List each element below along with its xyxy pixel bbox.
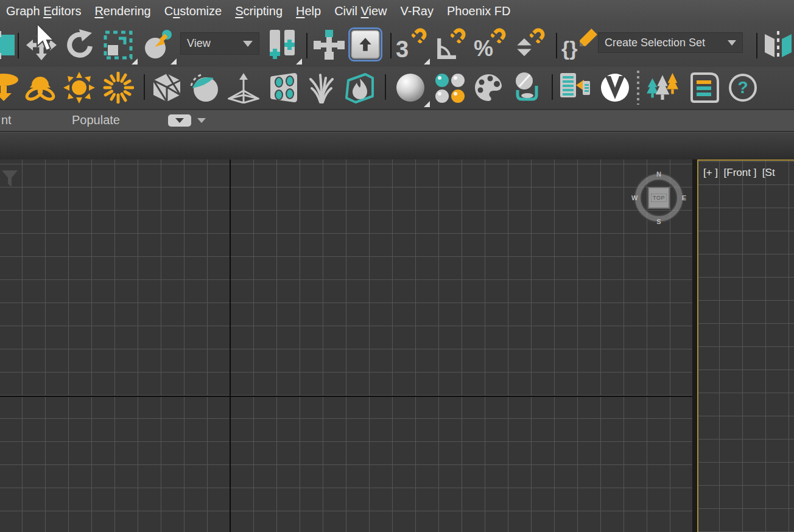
- toolbar-separator: [756, 33, 757, 58]
- magnet-icon: [491, 27, 507, 43]
- magnet-icon: [530, 27, 546, 43]
- palette-icon[interactable]: [473, 72, 504, 103]
- batch-render-docs-icon[interactable]: [559, 72, 591, 103]
- flyout-arrow: [170, 58, 177, 65]
- flyout-arrow: [424, 101, 430, 107]
- percent-snap-toggle-button[interactable]: %: [474, 29, 505, 61]
- use-pivot-point-center-button[interactable]: [267, 29, 298, 61]
- viewport-top[interactable]: TOP N E S W: [0, 159, 692, 532]
- select-and-place-button[interactable]: [141, 29, 173, 61]
- chevron-down-icon: [728, 40, 736, 46]
- material-editor-button[interactable]: [395, 72, 426, 103]
- menu-bar: Graph Editors Rendering Customize Script…: [0, 0, 794, 22]
- viewcube-west-label: W: [631, 194, 638, 201]
- viewcube-center[interactable]: TOP: [648, 187, 670, 209]
- viewport-divider[interactable]: [692, 159, 697, 532]
- reference-coordinate-system-dropdown[interactable]: View: [180, 32, 259, 55]
- ribbon-minimize-button[interactable]: [168, 114, 191, 127]
- library-list-icon[interactable]: [688, 72, 720, 103]
- ribbon-options-caret[interactable]: [197, 118, 206, 123]
- angle-snap-toggle-button[interactable]: [434, 29, 465, 61]
- toolbar-drag-handle[interactable]: [637, 71, 639, 105]
- toolbar-separator: [390, 33, 392, 58]
- viewport-label[interactable]: [+ ] [Front ] [St: [703, 167, 775, 179]
- flyout-arrow: [132, 58, 138, 65]
- vray-logo-icon[interactable]: [599, 72, 631, 103]
- viewport-area: TOP N E S W [+ ] [Front ] [St: [0, 159, 794, 532]
- secondary-toolbar: ?: [0, 67, 794, 110]
- select-and-manipulate-button[interactable]: [313, 29, 345, 61]
- menu-item-help[interactable]: Help: [296, 4, 321, 18]
- selection-set-value: Create Selection Set: [605, 37, 705, 49]
- mouse-cursor: [35, 23, 56, 54]
- menu-item-customize[interactable]: Customize: [164, 4, 222, 18]
- spread-pyramid-icon[interactable]: [228, 72, 259, 103]
- material-balls-icon[interactable]: [434, 72, 465, 103]
- menu-item-vray[interactable]: V-Ray: [401, 4, 434, 18]
- menu-item-rendering[interactable]: Rendering: [94, 4, 150, 18]
- edit-named-selection-sets-button[interactable]: {}: [561, 29, 593, 61]
- toolbar-separator: [306, 33, 307, 58]
- proxy-cube-icon[interactable]: [151, 72, 183, 103]
- named-selection-set-dropdown[interactable]: Create Selection Set: [598, 32, 743, 53]
- magnet-icon: [412, 27, 428, 43]
- viewcube-south-label: S: [656, 218, 661, 225]
- pencil-icon: [578, 28, 598, 47]
- toolbar-separator: [385, 74, 386, 100]
- chevron-down-icon: [243, 41, 253, 47]
- main-toolbar: View 3 % {} Create Selection Set: [0, 22, 794, 67]
- viewport-front[interactable]: [+ ] [Front ] [St: [697, 159, 794, 532]
- select-and-scale-button[interactable]: [102, 29, 134, 61]
- toolbar-separator: [556, 33, 557, 58]
- magnet-icon: [451, 27, 467, 43]
- snap-toggle-3d-button[interactable]: 3: [395, 29, 426, 61]
- help-button[interactable]: ?: [727, 72, 759, 103]
- grid-origin-vertical-axis: [230, 159, 231, 532]
- chevron-down-icon: [175, 118, 184, 123]
- menu-item-graph-editors[interactable]: Graph Editors: [6, 4, 81, 18]
- spinner-snap-toggle-button[interactable]: [513, 29, 544, 61]
- help-icon: ?: [729, 74, 757, 102]
- selection-filter-icon[interactable]: [1, 170, 18, 188]
- toolbar-separator: [18, 33, 19, 58]
- menu-item-civil-view[interactable]: Civil View: [334, 4, 387, 18]
- viewcube-compass[interactable]: TOP N E S W: [635, 174, 683, 222]
- mirror-button[interactable]: [762, 29, 794, 61]
- grass-fur-icon[interactable]: [306, 72, 337, 103]
- viewcube-north-label: N: [656, 170, 661, 178]
- keyboard-override-key: [351, 30, 380, 59]
- coordinate-system-value: View: [187, 37, 211, 50]
- ribbon-tab-populate[interactable]: Populate: [72, 113, 120, 127]
- leaf-sphere-icon[interactable]: [189, 72, 220, 103]
- toolbar-separator: [552, 74, 553, 100]
- drop-to-surface-icon[interactable]: [0, 72, 19, 103]
- clipper-box-icon[interactable]: [267, 72, 298, 103]
- material-sphere-icon: [396, 74, 424, 102]
- forest-trees-icon[interactable]: [647, 72, 678, 103]
- sun-light-icon[interactable]: [63, 72, 95, 103]
- light-burst-icon[interactable]: [102, 72, 134, 103]
- ribbon-tab-bar: nt Populate: [0, 110, 794, 132]
- render-sphere-icon[interactable]: [511, 72, 543, 103]
- select-and-rotate-button[interactable]: [65, 29, 96, 61]
- phoenix-fire-icon[interactable]: [343, 72, 375, 103]
- flyout-arrow: [296, 58, 302, 65]
- keyboard-shortcut-override-toggle[interactable]: [348, 27, 382, 61]
- grid-origin-horizontal-axis: [0, 396, 692, 397]
- viewcube-east-label: E: [682, 194, 686, 201]
- flyout-arrow: [424, 58, 430, 65]
- ribbon-collapsed-strip: [0, 132, 794, 159]
- bee-light-icon[interactable]: [24, 72, 56, 103]
- menu-item-phoenix-fd[interactable]: Phoenix FD: [447, 4, 511, 18]
- menu-item-scripting[interactable]: Scripting: [235, 4, 283, 18]
- ribbon-tab-object-paint-partial[interactable]: nt: [1, 113, 12, 127]
- toolbar-separator: [144, 74, 145, 100]
